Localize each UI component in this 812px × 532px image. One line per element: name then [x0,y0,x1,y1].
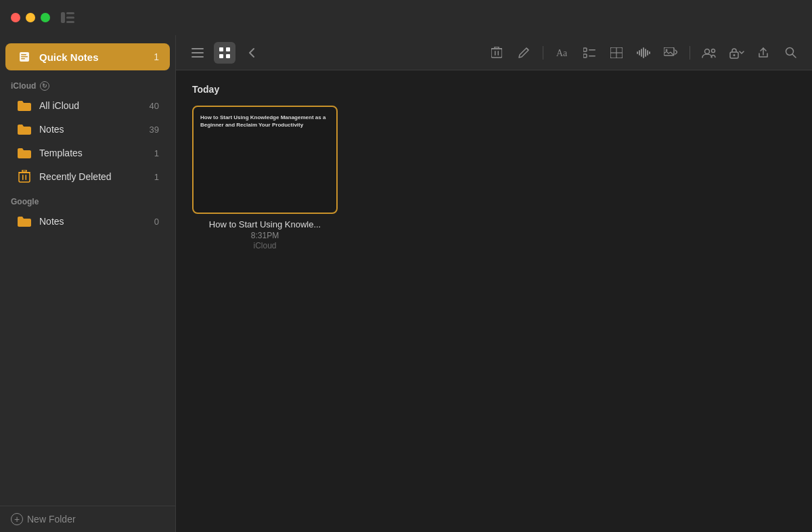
svg-rect-16 [219,47,223,51]
svg-rect-38 [647,50,648,56]
svg-rect-28 [589,49,595,51]
sidebar-item-quick-notes[interactable]: Quick Notes 1 [5,43,170,70]
sidebar-item-templates[interactable]: Templates 1 [5,141,170,164]
folder-icon-templates [16,146,32,160]
svg-rect-39 [649,51,650,54]
collaborate-button[interactable] [698,42,720,64]
svg-line-47 [792,54,796,58]
folder-icon-notes [16,123,32,136]
svg-rect-22 [498,51,499,56]
new-folder-button[interactable]: + New Folder [0,506,175,532]
svg-point-41 [666,49,668,51]
compose-button[interactable] [513,42,535,64]
minimize-button[interactable] [26,13,35,22]
svg-rect-5 [21,54,26,56]
sidebar-item-notes-google[interactable]: Notes 0 [5,210,170,233]
notes-google-count: 0 [154,217,159,227]
notes-grid: How to Start Using Knowledge Management … [192,106,796,250]
all-icloud-count: 40 [150,101,159,111]
share-button[interactable] [752,42,774,64]
svg-rect-0 [61,12,65,23]
note-card-title: How to Start Using Knowle... [192,219,338,229]
svg-rect-8 [19,173,30,182]
svg-rect-3 [66,21,74,23]
svg-rect-35 [641,49,642,57]
svg-rect-7 [21,58,25,60]
toolbar: Aa [176,35,812,70]
search-button[interactable] [780,42,801,64]
checklist-button[interactable] [579,42,600,64]
sidebar-item-recently-deleted[interactable]: Recently Deleted 1 [5,165,170,188]
svg-rect-12 [22,170,26,172]
media-button[interactable] [660,42,681,64]
svg-rect-17 [226,47,230,51]
svg-point-43 [712,49,715,52]
sidebar-toggle-icon[interactable] [61,12,74,23]
svg-text:Aa: Aa [556,48,568,58]
title-bar [0,0,812,35]
grid-view-button[interactable] [214,42,235,64]
notes-icloud-label: Notes [39,124,150,135]
folder-icon-google-notes [16,215,32,228]
note-card-source: iCloud [192,241,338,250]
recently-deleted-count: 1 [154,172,159,182]
templates-label: Templates [39,148,154,158]
toolbar-sep-1 [543,46,543,60]
svg-rect-37 [645,49,646,57]
notes-google-label: Notes [39,216,154,227]
sidebar-item-notes-icloud[interactable]: Notes 39 [5,118,170,141]
icloud-sync-icon: ↻ [40,81,49,91]
recently-deleted-label: Recently Deleted [39,171,154,182]
svg-rect-18 [219,54,223,58]
notes-gallery: Today How to Start Using Knowledge Manag… [176,70,812,532]
notes-icloud-count: 39 [150,125,159,135]
svg-rect-36 [643,47,644,58]
svg-rect-6 [21,56,28,58]
svg-point-42 [705,49,710,53]
svg-rect-15 [191,56,204,58]
sidebar: Quick Notes 1 iCloud ↻ All iCloud 40 [0,35,176,532]
note-thumbnail-text: How to Start Using Knowledge Management … [200,114,330,129]
quick-notes-label: Quick Notes [39,51,154,63]
svg-rect-27 [583,54,587,58]
svg-rect-13 [191,48,204,49]
svg-point-45 [734,54,736,56]
icloud-section-header: iCloud ↻ [0,73,175,93]
traffic-lights [11,13,50,22]
note-card[interactable]: How to Start Using Knowledge Management … [192,106,338,250]
svg-rect-20 [491,49,502,58]
svg-rect-2 [66,17,74,19]
svg-rect-33 [637,51,638,54]
close-button[interactable] [11,13,20,22]
format-button[interactable]: Aa [551,42,573,64]
content-area: Aa [176,35,812,532]
svg-rect-10 [26,175,27,180]
toolbar-sep-2 [690,46,690,60]
audio-button[interactable] [633,42,654,64]
svg-rect-21 [495,51,496,56]
quick-notes-count: 1 [154,51,159,62]
note-card-time: 8:31PM [192,231,338,240]
trash-icon [16,170,32,183]
svg-rect-26 [583,48,587,51]
lock-button[interactable] [725,42,747,64]
toolbar-right: Aa [486,42,801,64]
note-thumbnail[interactable]: How to Start Using Knowledge Management … [192,106,338,214]
folder-icon [16,99,32,112]
list-view-button[interactable] [187,42,208,64]
new-folder-plus-icon: + [11,513,23,525]
back-button[interactable] [241,42,263,64]
quick-notes-icon [16,49,32,65]
svg-rect-9 [22,175,24,180]
svg-rect-24 [495,47,499,49]
icloud-label: iCloud [11,81,36,91]
maximize-button[interactable] [41,13,50,22]
sidebar-item-all-icloud[interactable]: All iCloud 40 [5,94,170,117]
table-button[interactable] [606,42,627,64]
new-folder-label: New Folder [27,514,76,525]
main-layout: Quick Notes 1 iCloud ↻ All iCloud 40 [0,35,812,532]
all-icloud-label: All iCloud [39,100,150,111]
section-title: Today [192,84,796,95]
google-section-header: Google [0,189,175,209]
delete-button[interactable] [486,42,508,64]
